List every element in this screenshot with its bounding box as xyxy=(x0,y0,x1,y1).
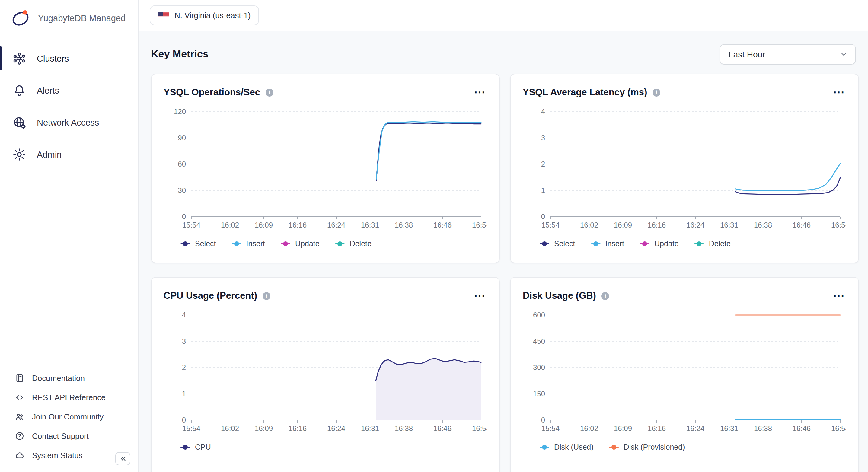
sidebar-item-network-access[interactable]: Network Access xyxy=(0,106,138,138)
cloud-status-icon xyxy=(14,450,25,460)
svg-text:16:31: 16:31 xyxy=(361,221,379,229)
legend-label: Disk (Used) xyxy=(554,443,594,451)
svg-text:16:38: 16:38 xyxy=(754,424,772,433)
svg-text:16:16: 16:16 xyxy=(288,221,307,229)
svg-text:16:16: 16:16 xyxy=(648,424,666,433)
svg-text:16:24: 16:24 xyxy=(686,424,705,433)
svg-text:16:09: 16:09 xyxy=(255,424,273,433)
ysql-operations-chart: 030609012015:5416:0216:0916:1616:2416:31… xyxy=(163,106,487,233)
metric-card-ysql-latency: YSQL Average Latency (ms) i ⋯ 0123415:54… xyxy=(510,74,859,263)
card-menu-button[interactable]: ⋯ xyxy=(473,88,487,97)
legend-item-delete[interactable]: Delete xyxy=(335,240,372,248)
footer-link-label: Documentation xyxy=(32,373,85,382)
ysql-latency-chart: 0123415:5416:0216:0916:1616:2416:3116:38… xyxy=(523,106,846,233)
sidebar-item-clusters[interactable]: Clusters xyxy=(0,42,138,74)
svg-text:16:54: 16:54 xyxy=(831,424,846,433)
card-menu-button[interactable]: ⋯ xyxy=(832,88,846,97)
legend-label: Select xyxy=(554,240,575,248)
legend-item-insert[interactable]: Insert xyxy=(591,240,624,248)
region-label: N. Virginia (us-east-1) xyxy=(175,11,250,20)
svg-text:16:38: 16:38 xyxy=(754,221,772,229)
svg-text:0: 0 xyxy=(182,416,186,424)
disk-usage-chart: 015030045060015:5416:0216:0916:1616:2416… xyxy=(523,309,846,437)
sidebar-item-documentation[interactable]: Documentation xyxy=(0,368,138,387)
svg-text:60: 60 xyxy=(178,160,186,168)
legend-label: Disk (Provisioned) xyxy=(624,443,685,451)
chart-legend: SelectInsertUpdateDelete xyxy=(181,240,487,248)
document-icon xyxy=(14,373,25,383)
globe-gear-icon xyxy=(12,115,27,129)
sidebar-item-admin[interactable]: Admin xyxy=(0,138,138,170)
sidebar-item-label: Alerts xyxy=(37,86,59,95)
metric-card-cpu-usage: CPU Usage (Percent) i ⋯ 0123415:5416:021… xyxy=(151,277,500,472)
chart-legend: SelectInsertUpdateDelete xyxy=(539,240,846,248)
content-header: Key Metrics Last Hour xyxy=(151,45,856,64)
svg-text:16:38: 16:38 xyxy=(395,221,413,229)
svg-text:16:46: 16:46 xyxy=(793,221,811,229)
metrics-grid: YSQL Operations/Sec i ⋯ 030609012015:541… xyxy=(151,74,856,472)
sidebar-item-label: Clusters xyxy=(37,54,69,63)
svg-text:16:54: 16:54 xyxy=(472,424,487,433)
svg-text:16:24: 16:24 xyxy=(686,221,705,229)
legend-item-update[interactable]: Update xyxy=(640,240,679,248)
sidebar-item-alerts[interactable]: Alerts xyxy=(0,74,138,106)
svg-text:150: 150 xyxy=(533,389,545,398)
svg-text:16:16: 16:16 xyxy=(288,424,307,433)
topbar: N. Virginia (us-east-1) xyxy=(139,0,868,31)
svg-text:0: 0 xyxy=(541,213,545,221)
legend-item-delete[interactable]: Delete xyxy=(694,240,731,248)
legend-item-cpu[interactable]: CPU xyxy=(181,443,211,451)
info-icon[interactable]: i xyxy=(601,292,609,300)
svg-text:16:09: 16:09 xyxy=(255,221,273,229)
question-circle-icon xyxy=(14,431,25,441)
svg-text:4: 4 xyxy=(541,107,545,116)
time-range-value: Last Hour xyxy=(728,50,765,59)
region-selector[interactable]: N. Virginia (us-east-1) xyxy=(150,5,259,25)
card-title: YSQL Operations/Sec xyxy=(163,87,260,98)
sidebar-item-rest-api-reference[interactable]: REST API Reference xyxy=(0,387,138,407)
legend-item-select[interactable]: Select xyxy=(181,240,216,248)
sidebar-item-contact-support[interactable]: Contact Support xyxy=(0,426,138,445)
legend-item-insert[interactable]: Insert xyxy=(232,240,265,248)
svg-text:16:16: 16:16 xyxy=(648,221,666,229)
clusters-icon xyxy=(12,51,27,65)
legend-item-update[interactable]: Update xyxy=(281,240,320,248)
legend-marker-icon xyxy=(232,242,242,246)
legend-label: Insert xyxy=(246,240,265,248)
svg-text:3: 3 xyxy=(182,337,186,345)
legend-marker-icon xyxy=(591,242,600,246)
chevron-down-icon xyxy=(840,50,848,59)
info-icon[interactable]: i xyxy=(262,292,271,300)
svg-text:600: 600 xyxy=(533,311,545,319)
svg-text:3: 3 xyxy=(541,134,545,142)
svg-text:15:54: 15:54 xyxy=(182,221,200,229)
legend-item-select[interactable]: Select xyxy=(539,240,575,248)
info-icon[interactable]: i xyxy=(652,88,660,96)
svg-text:16:02: 16:02 xyxy=(221,221,239,229)
svg-text:0: 0 xyxy=(182,213,186,221)
chart-legend: Disk (Used)Disk (Provisioned) xyxy=(539,443,846,451)
sidebar-item-label: Network Access xyxy=(37,117,99,127)
time-range-select[interactable]: Last Hour xyxy=(719,44,856,65)
sidebar-collapse-button[interactable] xyxy=(115,452,130,465)
info-icon[interactable]: i xyxy=(266,88,273,96)
legend-marker-icon xyxy=(181,242,190,246)
bell-icon xyxy=(12,83,27,97)
sidebar-item-label: Admin xyxy=(37,149,62,159)
svg-text:16:31: 16:31 xyxy=(720,424,738,433)
svg-text:16:24: 16:24 xyxy=(327,221,345,229)
legend-label: CPU xyxy=(195,443,211,451)
card-menu-button[interactable]: ⋯ xyxy=(473,291,487,300)
app-viewport: YugabyteDB Managed Clusters Alerts xyxy=(0,0,868,472)
card-title: Disk Usage (GB) xyxy=(523,290,596,301)
svg-text:1: 1 xyxy=(182,389,186,398)
svg-text:30: 30 xyxy=(178,186,186,194)
content: Key Metrics Last Hour YSQL Operations/Se… xyxy=(139,31,868,472)
svg-text:0: 0 xyxy=(541,416,545,424)
legend-item-disk-used[interactable]: Disk (Used) xyxy=(539,443,594,451)
main-area: N. Virginia (us-east-1) Key Metrics Last… xyxy=(139,0,868,472)
card-menu-button[interactable]: ⋯ xyxy=(832,291,846,300)
legend-item-disk-provisioned[interactable]: Disk (Provisioned) xyxy=(609,443,685,451)
sidebar-item-join-community[interactable]: Join Our Community xyxy=(0,407,138,426)
app-logo: YugabyteDB Managed xyxy=(0,0,138,35)
